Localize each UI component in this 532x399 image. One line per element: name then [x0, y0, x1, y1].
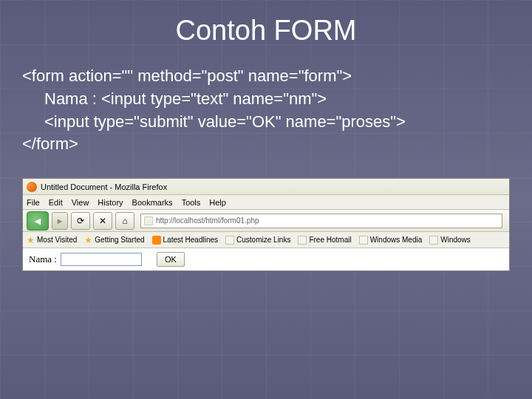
- window-title: Untitled Document - Mozilla Firefox: [41, 183, 167, 191]
- home-button[interactable]: ⌂: [115, 212, 134, 230]
- browser-content: Nama : OK: [23, 248, 509, 270]
- menu-file[interactable]: File: [27, 198, 40, 207]
- star-icon: ★: [27, 235, 35, 245]
- bookmarks-toolbar: ★Most Visited ★Getting Started Latest He…: [23, 232, 509, 248]
- form-label-nama: Nama :: [29, 253, 57, 265]
- browser-navbar: ◄ ► ⟳ ✕ ⌂ http://localhost/html/form01.p…: [23, 210, 509, 232]
- stop-button[interactable]: ✕: [93, 212, 112, 230]
- code-line-3: <input type="submit" value="OK" name="pr…: [22, 111, 510, 134]
- browser-window: Untitled Document - Mozilla Firefox File…: [22, 178, 510, 271]
- forward-button[interactable]: ►: [52, 212, 68, 230]
- nama-input[interactable]: [61, 253, 142, 266]
- bookmark-getting-started[interactable]: ★Getting Started: [84, 235, 144, 245]
- code-line-4: </form>: [22, 133, 510, 156]
- menu-bookmarks[interactable]: Bookmarks: [132, 198, 173, 207]
- page-icon: [298, 236, 307, 245]
- bookmark-customize-links[interactable]: Customize Links: [225, 236, 290, 245]
- page-icon: [359, 236, 368, 245]
- back-button[interactable]: ◄: [27, 211, 49, 231]
- page-icon: [429, 236, 438, 245]
- code-line-2: Nama : <input type="text" name="nm">: [22, 88, 510, 111]
- ok-button[interactable]: OK: [157, 252, 185, 267]
- code-example: <form action="" method="post" name="form…: [22, 65, 510, 156]
- code-line-1: <form action="" method="post" name="form…: [22, 65, 510, 88]
- star-icon: ★: [84, 235, 92, 245]
- page-icon: [225, 236, 234, 245]
- rss-icon: [152, 236, 161, 245]
- bookmark-most-visited[interactable]: ★Most Visited: [27, 235, 77, 245]
- menu-edit[interactable]: Edit: [49, 198, 63, 207]
- address-bar[interactable]: http://localhost/html/form01.php: [140, 214, 502, 228]
- slide-title: Contoh FORM: [22, 15, 510, 47]
- bookmark-windows-media[interactable]: Windows Media: [359, 236, 423, 245]
- reload-button[interactable]: ⟳: [71, 212, 90, 230]
- menu-view[interactable]: View: [72, 198, 89, 207]
- bookmark-windows[interactable]: Windows: [429, 236, 471, 245]
- browser-titlebar: Untitled Document - Mozilla Firefox: [23, 179, 509, 195]
- menu-history[interactable]: History: [98, 198, 123, 207]
- favicon-icon: [144, 216, 153, 225]
- menu-help[interactable]: Help: [209, 198, 226, 207]
- bookmark-free-hotmail[interactable]: Free Hotmail: [298, 236, 351, 245]
- firefox-icon: [27, 182, 37, 192]
- menu-tools[interactable]: Tools: [182, 198, 201, 207]
- url-text: http://localhost/html/form01.php: [156, 216, 259, 225]
- bookmark-latest-headlines[interactable]: Latest Headlines: [152, 236, 219, 245]
- browser-menubar: File Edit View History Bookmarks Tools H…: [23, 195, 509, 210]
